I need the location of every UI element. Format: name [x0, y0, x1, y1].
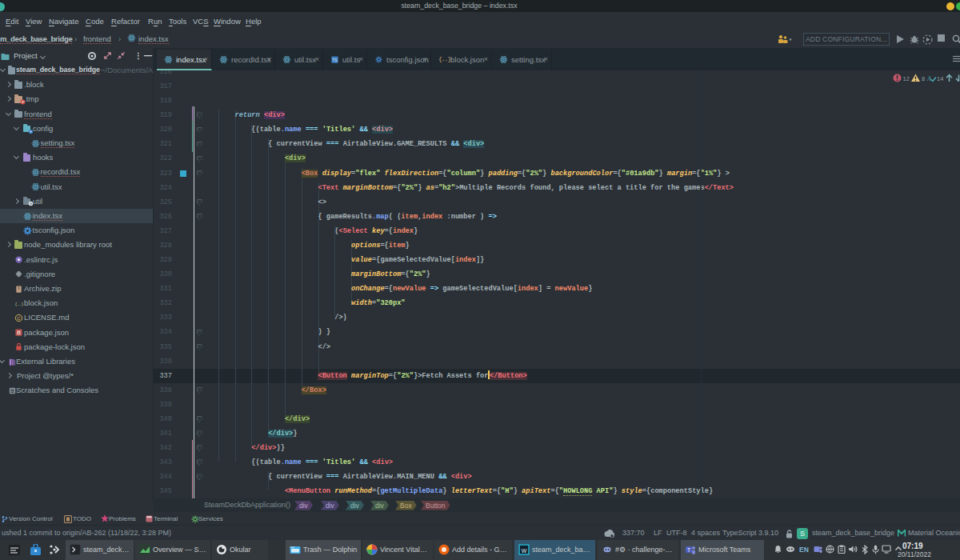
svg-text:T: T: [687, 547, 690, 553]
svg-text:W: W: [522, 548, 527, 554]
svg-text:TS: TS: [332, 58, 338, 62]
svg-text:{..}: {..}: [14, 301, 23, 306]
svg-text:C: C: [17, 315, 21, 320]
svg-text:A: A: [926, 75, 931, 82]
